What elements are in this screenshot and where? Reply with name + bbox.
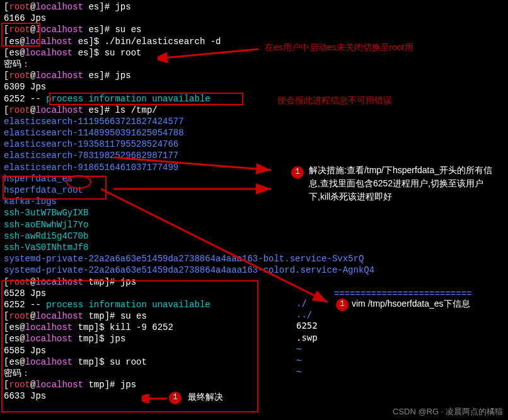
terminal-line: [es@localhost es]$ ./bin/elasticsearch -…: [4, 36, 504, 47]
terminal-line: [root@localhost es]# jps: [4, 70, 504, 81]
terminal-line: 6585 Jps: [4, 345, 504, 356]
terminal-line: systemd-private-22a2a6a63e51459da2738864…: [4, 253, 504, 264]
terminal-line: 6309 Jps: [4, 81, 504, 93]
terminal-line: elasticsearch-11489950391625054788: [4, 127, 504, 139]
terminal-line: [root@localhost es]# su es: [4, 24, 504, 35]
terminal-line: 6252 -- process information unavailable: [4, 93, 504, 105]
terminal-line: elasticsearch-11195663721827424577: [4, 116, 504, 127]
terminal-line: systemd-private-22a2a6a63e51459da2738864…: [4, 264, 504, 276]
terminal-line: [root@localhost tmp]# jps: [4, 379, 504, 390]
terminal-line: 密码：: [4, 368, 504, 379]
terminal-line: ssh-awRdi5g4C70b: [4, 230, 504, 242]
terminal-line: ssh-VaS0INhtmJf8: [4, 242, 504, 253]
vim-panel: ./ ../ 6252 .swp ~ ~ ~: [296, 297, 318, 377]
terminal-line: [es@localhost tmp]$ jps: [4, 333, 504, 344]
watermark: CSDN @RG · 凌晨两点的橘猫: [393, 407, 503, 417]
terminal-line: 6633 Jps: [4, 390, 504, 402]
badge-1c: 1: [169, 392, 182, 404]
terminal-line: ssh-3utW7BwGyIXB: [4, 207, 504, 219]
terminal-line: [es@localhost es]$ su root: [4, 47, 504, 59]
terminal-line: 密码：: [4, 59, 504, 70]
terminal-line: [root@localhost es]# jps: [4, 1, 504, 13]
terminal-line: 6166 Jps: [4, 13, 504, 24]
annotation-5: 最终解决: [188, 390, 223, 404]
badge-1a: 1: [291, 166, 304, 179]
terminal-line: elasticsearch-7831982529682987177: [4, 150, 504, 161]
terminal-line: elasticsearch-1935811795528524766: [4, 139, 504, 150]
annotation-2: 便会报此进程信息不可用错误: [277, 94, 392, 106]
badge-1b: 1: [336, 298, 349, 311]
terminal-line: [es@localhost tmp]$ su root: [4, 356, 504, 368]
annotation-1: 在es用户中启动es未关闭切换至root用: [265, 42, 413, 53]
annotation-3: 解决措施:查看/tmp/下hsperfdata_开头的所有信息,查找里面包含62…: [309, 164, 498, 203]
terminal-line: [root@localhost es]# ls /tmp/: [4, 105, 504, 116]
terminal-line: [root@localhost tmp]# jps: [4, 276, 504, 288]
vim-separator: ==========================: [334, 288, 471, 300]
terminal-line: [root@localhost tmp]# su es: [4, 310, 504, 322]
terminal-line: ssh-aoENwhWjl7Yo: [4, 219, 504, 230]
terminal-line: [es@localhost tmp]$ kill -9 6252: [4, 322, 504, 333]
